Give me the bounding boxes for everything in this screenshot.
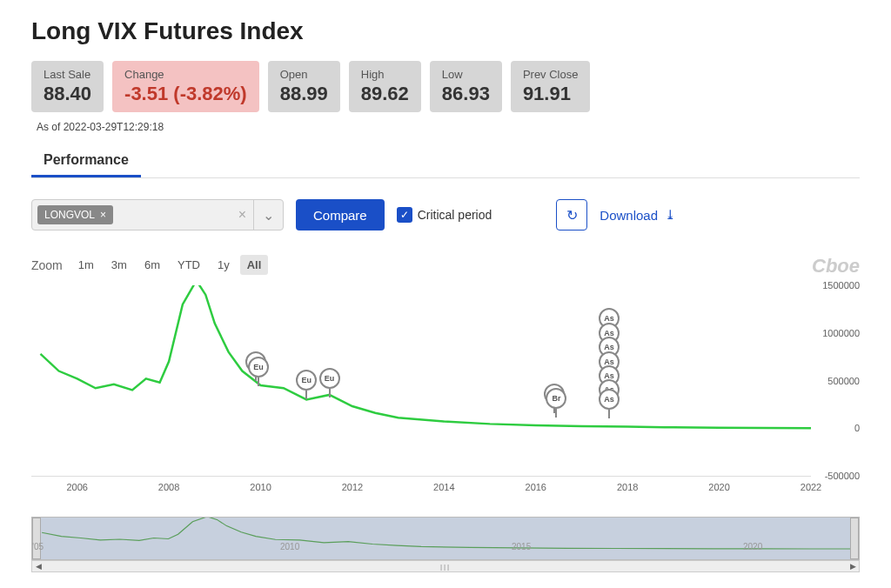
stat-value: -3.51 (-3.82%) [124, 83, 247, 105]
chart-marker[interactable]: Eu [296, 370, 317, 399]
stat-value: 88.40 [44, 83, 91, 105]
stat-label: High [361, 68, 409, 81]
refresh-button[interactable]: ↻ [556, 199, 587, 231]
compare-button[interactable]: Compare [296, 199, 385, 231]
x-tick: 2020 [708, 482, 729, 492]
x-axis: 200620082010201220142016201820202022 [31, 482, 811, 503]
zoom-1m[interactable]: 1m [71, 255, 101, 275]
asof-timestamp: As of 2022-03-29T12:29:18 [37, 121, 860, 133]
navigator[interactable]: '05201020152020 ◀ ||| ▶ [31, 517, 860, 572]
zoom-label: Zoom [31, 258, 63, 272]
x-tick: 2014 [433, 482, 454, 492]
stat-open: Open 88.99 [268, 61, 340, 112]
marker-bubble: Eu [296, 370, 317, 391]
chart-container: Zoom 1m 3m 6m YTD 1y All Cboe EuEuEuEuBr… [31, 255, 860, 572]
chart-marker[interactable]: As [599, 389, 620, 418]
symbol-chip-label: LONGVOL [44, 209, 95, 221]
marker-bubble: Eu [319, 368, 340, 389]
download-label: Download [600, 208, 658, 223]
x-tick: 2018 [617, 482, 638, 492]
scroll-track[interactable]: ||| [44, 561, 847, 571]
navigator-tick: 2020 [743, 542, 762, 551]
stat-label: Last Sale [44, 68, 91, 81]
y-axis: -500000050000010000001500000 [811, 285, 860, 476]
navigator-tick: '05 [32, 542, 44, 551]
x-tick: 2010 [250, 482, 271, 492]
stat-value: 91.91 [523, 83, 579, 105]
stat-label: Open [280, 68, 328, 81]
symbol-select[interactable]: LONGVOL × × ⌄ [31, 199, 284, 231]
navigator-tick: 2015 [512, 542, 531, 551]
zoom-3m[interactable]: 3m [104, 255, 134, 275]
y-tick: 1500000 [822, 280, 860, 291]
x-tick: 2016 [526, 482, 546, 492]
scrollbar[interactable]: ◀ ||| ▶ [31, 560, 860, 572]
scroll-left-icon[interactable]: ◀ [32, 561, 44, 571]
critical-period-checkbox-wrap[interactable]: ✓ Critical period [397, 207, 492, 223]
stat-last-sale: Last Sale 88.40 [31, 61, 104, 112]
download-link[interactable]: Download ⤓ [600, 207, 676, 223]
cboe-logo: Cboe [812, 255, 860, 277]
navigator-handle-left[interactable] [32, 518, 41, 559]
chart-plot-area[interactable]: EuEuEuEuBrBrAsAsAsAsAsAsAs -500000050000… [31, 285, 811, 477]
checkbox-icon[interactable]: ✓ [397, 207, 412, 223]
y-tick: 1000000 [822, 328, 860, 338]
stat-prev-close: Prev Close 91.91 [511, 61, 591, 112]
stat-high: High 89.62 [349, 61, 421, 112]
symbol-chip[interactable]: LONGVOL × [37, 205, 113, 224]
stat-value: 89.62 [361, 83, 409, 105]
marker-bubble: As [599, 389, 620, 410]
navigator-handle-right[interactable] [850, 518, 859, 559]
stat-label: Prev Close [523, 68, 579, 81]
navigator-tick: 2010 [280, 542, 299, 551]
critical-period-label: Critical period [418, 208, 492, 222]
chart-marker[interactable]: Br [546, 388, 566, 418]
stat-low: Low 86.93 [430, 61, 502, 112]
stat-label: Low [442, 68, 490, 81]
chart-marker[interactable]: Eu [248, 357, 269, 386]
zoom-controls: Zoom 1m 3m 6m YTD 1y All [31, 255, 860, 275]
stats-row: Last Sale 88.40 Change -3.51 (-3.82%) Op… [31, 61, 860, 112]
remove-symbol-icon[interactable]: × [100, 209, 106, 221]
y-tick: -500000 [825, 471, 860, 481]
zoom-ytd[interactable]: YTD [171, 255, 207, 275]
stat-label: Change [124, 68, 247, 81]
marker-bubble: Br [546, 388, 566, 409]
navigator-svg [32, 518, 859, 559]
stat-value: 88.99 [280, 83, 328, 105]
page-title: Long VIX Futures Index [31, 17, 860, 45]
download-icon: ⤓ [665, 207, 676, 223]
controls-row: LONGVOL × × ⌄ Compare ✓ Critical period … [31, 199, 860, 231]
tab-performance[interactable]: Performance [31, 145, 141, 177]
chart-marker[interactable]: Eu [319, 368, 340, 398]
x-tick: 2012 [342, 482, 363, 492]
tabs: Performance [31, 145, 860, 178]
chart-svg [31, 285, 811, 476]
zoom-1y[interactable]: 1y [211, 255, 237, 275]
scroll-right-icon[interactable]: ▶ [847, 561, 859, 571]
chevron-down-icon[interactable]: ⌄ [253, 200, 283, 231]
x-tick: 2008 [158, 482, 179, 492]
navigator-chart[interactable]: '05201020152020 [31, 517, 860, 560]
marker-bubble: Eu [248, 357, 269, 378]
stat-value: 86.93 [442, 83, 490, 105]
refresh-icon: ↻ [566, 207, 578, 224]
zoom-6m[interactable]: 6m [137, 255, 167, 275]
zoom-all[interactable]: All [240, 255, 269, 275]
stat-change: Change -3.51 (-3.82%) [112, 61, 259, 112]
y-tick: 500000 [827, 376, 860, 386]
x-tick: 2006 [66, 482, 87, 492]
y-tick: 0 [854, 423, 860, 433]
clear-icon[interactable]: × [231, 207, 253, 223]
x-tick: 2022 [801, 482, 821, 492]
